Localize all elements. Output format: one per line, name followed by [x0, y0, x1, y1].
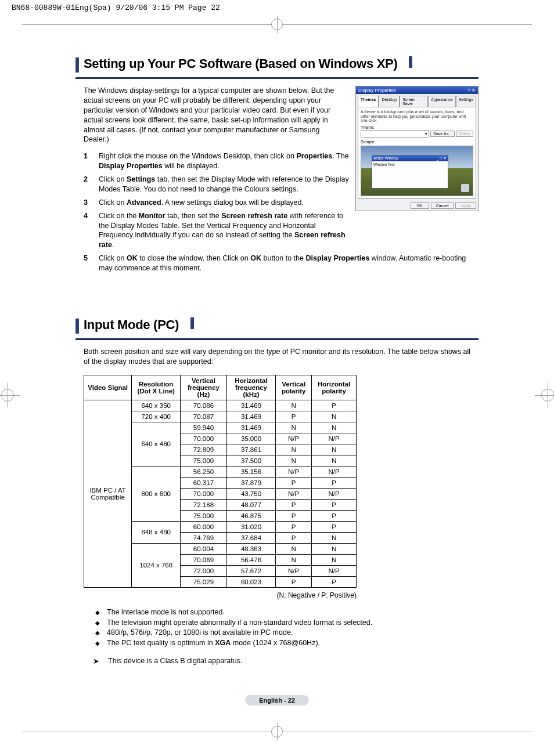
section-heading-1: Setting up Your PC Software (Based on Wi… — [75, 56, 479, 74]
tab-themes: Themes — [358, 96, 379, 107]
dialog-titlebar: Display Properties ? ✕ — [356, 86, 478, 94]
page-footer: English - 22 — [75, 695, 479, 706]
td-res: 1024 x 768 — [132, 543, 181, 587]
note-1: The interlace mode is not supported. — [95, 607, 479, 617]
print-header: BN68-00889W-01Eng(Spa) 9/20/06 3:15 PM P… — [0, 0, 554, 16]
section1-intro: The Windows display-settings for a typic… — [84, 86, 345, 144]
theme-label: Theme: — [361, 125, 473, 129]
td-res: 848 x 480 — [132, 521, 181, 543]
tab-desktop: Desktop — [379, 96, 400, 107]
sample-preview: Active Window_ □ ✕ Window Text — [361, 146, 473, 196]
td-res: 800 x 600 — [132, 466, 181, 521]
th-hpol: Horizontal polarity — [312, 375, 357, 400]
recycle-bin-icon — [461, 184, 469, 192]
registration-mark-bottom — [0, 723, 554, 740]
td-signal: IBM PC / AT Compatible — [84, 400, 132, 587]
tab-screensaver: Screen Saver — [400, 96, 428, 107]
cancel-button: Cancel — [431, 202, 454, 209]
table-legend: (N: Negative / P: Positive) — [84, 591, 357, 599]
display-modes-table: Video Signal Resolution (Dot X Line) Ver… — [84, 375, 357, 588]
registration-mark-left — [1, 389, 13, 400]
step-5: 5 Click on OK to close the window, then … — [84, 254, 479, 273]
note-4: The PC text quality is optimum in XGA mo… — [95, 638, 479, 648]
th-vpol: Vertical polarity — [276, 375, 312, 400]
step-1: 1 Right click the mouse on the Windows D… — [84, 151, 350, 171]
notes-list: The interlace mode is not supported. The… — [95, 607, 479, 649]
th-vfreq: Vertical frequency (Hz) — [181, 375, 227, 400]
dialog-hint: A theme is a background plus a set of so… — [361, 110, 473, 123]
note-3: 480i/p, 576i/p, 720p, or 1080i is not av… — [95, 628, 479, 638]
th-video-signal: Video Signal — [84, 375, 132, 400]
step-2: 2 Click on Settings tab, then set the Di… — [84, 175, 350, 194]
class-b-note: This device is a Class B digital apparat… — [93, 656, 479, 666]
page-number: English - 22 — [245, 695, 309, 706]
dialog-title: Display Properties — [358, 88, 396, 93]
registration-mark-top — [0, 16, 554, 33]
sample-label: Sample: — [361, 140, 473, 144]
th-resolution: Resolution (Dot X Line) — [132, 375, 181, 400]
delete-button: Delete — [456, 131, 473, 137]
tab-appearance: Appearance — [428, 96, 456, 107]
theme-dropdown: ▾ — [361, 130, 429, 138]
section-title-1: Setting up Your PC Software (Based on Wi… — [84, 56, 397, 71]
th-hfreq: Horizontal frequency (kHz) — [226, 375, 275, 400]
dialog-tabs: Themes Desktop Screen Saver Appearance S… — [356, 94, 478, 107]
ok-button: OK — [411, 202, 429, 209]
td-res: 720 x 400 — [132, 411, 181, 422]
step-3: 3 Click on Advanced. A new settings dial… — [84, 198, 350, 208]
tab-settings: Settings — [456, 96, 476, 107]
registration-mark-right — [541, 389, 553, 400]
save-as-button: Save As... — [430, 131, 455, 137]
apply-button: Apply — [455, 202, 476, 209]
td-res: 640 x 350 — [132, 400, 181, 411]
section-title-2: Input Mode (PC) — [84, 317, 179, 332]
active-window-title: Active Window — [373, 156, 398, 161]
td-res: 640 x 480 — [132, 422, 181, 466]
step-4: 4 Click on the Monitor tab, then set the… — [84, 211, 350, 251]
section-heading-2: Input Mode (PC) — [75, 317, 479, 335]
note-2: The television might operate abnormally … — [95, 618, 479, 628]
display-properties-screenshot: Display Properties ? ✕ Themes Desktop Sc… — [355, 86, 479, 211]
window-controls-icon: ? ✕ — [467, 88, 476, 93]
section2-intro: Both screen position and size will vary … — [84, 347, 479, 367]
window-text: Window Text — [372, 161, 448, 188]
